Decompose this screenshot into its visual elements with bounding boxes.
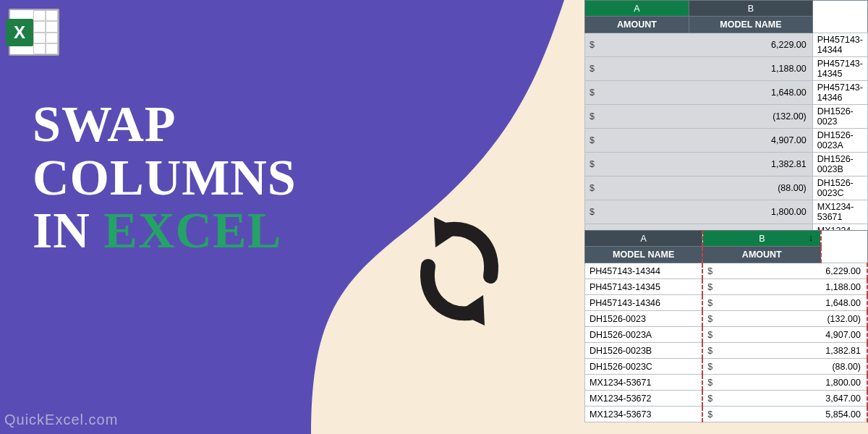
column-letter-row: A B↓ <box>585 231 868 247</box>
table-row: MX1234-53671$1,800.00 <box>585 375 868 391</box>
table-row: $1,648.00PH457143-14346 <box>585 81 868 105</box>
table-after: A B↓ MODEL NAME AMOUNT PH457143-14344$6,… <box>584 230 868 422</box>
headline-in: IN <box>33 203 103 258</box>
header-model: MODEL NAME <box>585 247 703 263</box>
table-row: $6,229.00PH457143-14344 <box>585 33 868 57</box>
down-arrow-cursor-icon: ↓ <box>809 232 814 243</box>
excel-icon: X <box>9 9 59 56</box>
table-row: PH457143-14345$1,188.00 <box>585 279 868 295</box>
table-row: $1,188.00PH457143-14345 <box>585 57 868 81</box>
table-row: $(88.00)DH1526-0023C <box>585 176 868 200</box>
table-row: $1,800.00MX1234-53671 <box>585 200 868 224</box>
swap-arrows-icon <box>405 210 514 336</box>
watermark: QuickExcel.com <box>4 412 118 428</box>
page: X SWAP COLUMNS IN EXCEL QuickExcel.com A <box>0 0 868 434</box>
header-amount: AMOUNT <box>585 17 689 33</box>
header-row: AMOUNT MODEL NAME <box>585 17 868 33</box>
column-letter-row: A B <box>585 1 868 17</box>
table-row: DH1526-0023A$4,907.00 <box>585 327 868 343</box>
headline-line-1: SWAP <box>33 98 297 151</box>
excel-grid-icon <box>33 10 58 54</box>
table-row: $4,907.00DH1526-0023A <box>585 129 868 153</box>
col-letter-b[interactable]: B <box>689 1 813 17</box>
headline: SWAP COLUMNS IN EXCEL <box>33 98 297 258</box>
headline-excel: EXCEL <box>103 203 281 258</box>
col-letter-a[interactable]: A <box>585 231 703 247</box>
table-row: PH457143-14346$1,648.00 <box>585 295 868 311</box>
table-row: PH457143-14344$6,229.00 <box>585 263 868 279</box>
headline-line-2: COLUMNS <box>33 151 297 205</box>
table-row: $(132.00)DH1526-0023 <box>585 105 868 129</box>
table-row: MX1234-53673$5,854.00 <box>585 407 868 422</box>
excel-badge-letter: X <box>6 19 33 46</box>
col-letter-b[interactable]: B↓ <box>702 231 821 247</box>
headline-line-3: IN EXCEL <box>33 204 297 258</box>
table-row: DH1526-0023C$(88.00) <box>585 359 868 375</box>
table-row: DH1526-0023$(132.00) <box>585 311 868 327</box>
header-row: MODEL NAME AMOUNT <box>585 247 868 263</box>
table-row: MX1234-53672$3,647.00 <box>585 391 868 407</box>
col-letter-b-text: B <box>759 234 765 244</box>
col-letter-a[interactable]: A <box>585 1 689 17</box>
header-amount: AMOUNT <box>702 247 821 263</box>
table-body-after: PH457143-14344$6,229.00 PH457143-14345$1… <box>585 263 868 422</box>
header-model: MODEL NAME <box>689 17 813 33</box>
table-row: DH1526-0023B$1,382.81 <box>585 343 868 359</box>
table-row: $1,382.81DH1526-0023B <box>585 153 868 176</box>
